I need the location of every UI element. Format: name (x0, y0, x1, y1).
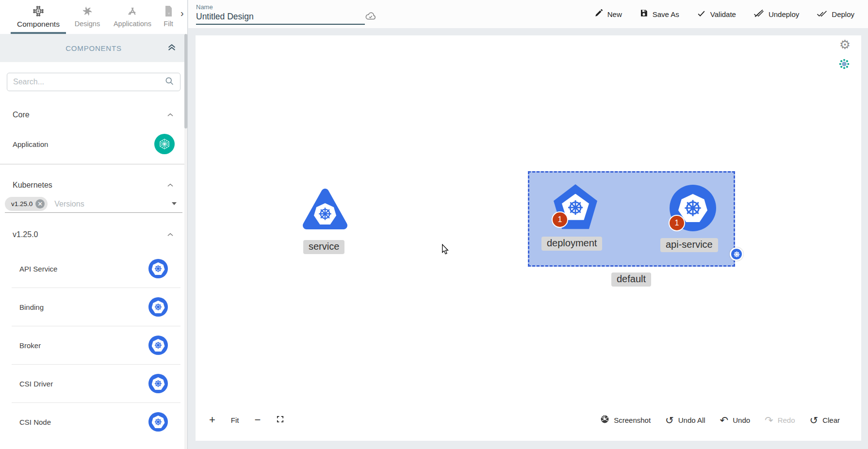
tab-label: Components (17, 20, 60, 29)
filters-icon (164, 4, 173, 18)
undo-button[interactable]: ↶ Undo (720, 415, 750, 425)
validate-button[interactable]: Validate (697, 9, 736, 20)
zoom-out-button[interactable]: − (255, 415, 261, 425)
component-label: CSI Node (19, 418, 51, 426)
version-chip[interactable]: v1.25.0 ✕ (5, 197, 48, 211)
tabs-scroll-right-icon[interactable]: › (180, 8, 184, 19)
node-label-service[interactable]: service (303, 240, 344, 254)
versions-placeholder: Versions (54, 200, 84, 208)
save-as-button[interactable]: Save As (639, 9, 679, 19)
node-label-deployment[interactable]: deployment (541, 237, 602, 251)
clear-button[interactable]: ↺ Clear (810, 415, 840, 425)
designs-icon (82, 4, 93, 18)
components-icon (32, 4, 45, 18)
button-label: Screenshot (614, 416, 651, 424)
sidebar: Components Designs (0, 0, 188, 449)
double-check-crossed-icon (753, 9, 764, 20)
canvas-settings-gear-icon[interactable]: ⚙ (839, 38, 851, 51)
button-label: Deploy (832, 10, 854, 18)
panel-title: COMPONENTS (66, 44, 122, 52)
tab-filters[interactable]: Filt (157, 0, 180, 34)
deploy-button[interactable]: Deploy (817, 9, 854, 20)
section-divider (0, 164, 187, 164)
button-label: Validate (710, 10, 736, 18)
tab-label: Designs (75, 20, 100, 28)
undo-all-icon: ↺ (665, 415, 674, 425)
chevron-up-icon[interactable] (167, 182, 174, 189)
fit-button[interactable]: Fit (231, 416, 239, 424)
deployment-count-badge: 1 (552, 211, 568, 228)
section-title: v1.25.0 (13, 230, 38, 239)
meshery-application-icon[interactable] (154, 134, 175, 154)
core-section-header[interactable]: Core (0, 111, 187, 119)
tab-designs[interactable]: Designs (67, 0, 108, 34)
button-label: New (607, 10, 622, 18)
component-label: CSI Driver (19, 380, 53, 388)
kubernetes-icon[interactable] (148, 259, 168, 278)
button-label: Fit (231, 416, 239, 424)
topbar-actions: New Save As Validate (594, 9, 868, 20)
search-input[interactable] (13, 78, 164, 86)
chevron-up-icon[interactable] (167, 112, 174, 118)
remove-version-icon[interactable]: ✕ (35, 199, 45, 208)
version-chip-label: v1.25.0 (11, 200, 33, 208)
zoom-in-button[interactable]: + (209, 415, 215, 425)
group-label-default[interactable]: default (611, 273, 651, 287)
shutter-icon (600, 415, 609, 425)
search-icon[interactable] (164, 76, 174, 88)
history-controls: Screenshot ↺ Undo All ↶ Undo ↷ Redo ↺ Cl… (600, 415, 840, 425)
kubernetes-icon[interactable] (148, 374, 168, 393)
undo-all-button[interactable]: ↺ Undo All (665, 415, 705, 425)
fullscreen-icon[interactable] (276, 415, 284, 425)
button-label: Undeploy (769, 10, 799, 18)
undeploy-button[interactable]: Undeploy (753, 9, 799, 20)
component-item-application[interactable]: Application (0, 127, 187, 161)
new-button[interactable]: New (594, 9, 622, 19)
collapse-panel-icon[interactable] (167, 42, 177, 53)
component-label: API Service (19, 265, 57, 273)
tab-components[interactable]: Components (10, 0, 67, 34)
applications-icon (127, 4, 138, 18)
group-kubernetes-handle-icon[interactable] (730, 247, 743, 261)
redo-icon: ↷ (765, 415, 773, 425)
component-label: Application (13, 140, 48, 148)
design-name-input[interactable] (196, 11, 365, 25)
dropdown-arrow-icon[interactable] (172, 202, 177, 205)
chevron-up-icon[interactable] (167, 231, 174, 238)
screenshot-button[interactable]: Screenshot (600, 415, 651, 425)
clear-icon: ↺ (810, 415, 819, 425)
component-item-broker[interactable]: Broker (0, 326, 187, 364)
tab-applications[interactable]: Filt Applications (108, 0, 157, 34)
mouse-cursor (442, 244, 449, 257)
kubernetes-section-header[interactable]: Kubernetes (0, 181, 187, 190)
redo-button[interactable]: ↷ Redo (765, 415, 795, 425)
kubernetes-icon[interactable] (148, 297, 168, 317)
node-label-api-service[interactable]: api-service (660, 238, 718, 252)
component-item-binding[interactable]: Binding (0, 288, 187, 326)
meshery-designer: Components Designs (0, 0, 868, 449)
component-item-api-service[interactable]: API Service (0, 250, 187, 288)
sidebar-scrollbar-thumb[interactable] (184, 34, 187, 128)
component-list: API Service Binding Broker (0, 250, 187, 441)
group-default[interactable]: 1 deployment 1 api-service (528, 171, 735, 267)
tab-label: Filt (164, 20, 173, 28)
node-service[interactable] (301, 187, 349, 234)
button-label: Undo (733, 416, 750, 424)
design-canvas[interactable]: ⚙ service (196, 35, 861, 441)
zoom-controls: + Fit − (209, 415, 284, 425)
tab-label: Applications (114, 20, 151, 28)
versions-select[interactable]: v1.25.0 ✕ Versions (5, 195, 182, 213)
component-item-csi-node[interactable]: CSI Node (0, 403, 187, 441)
component-item-csi-driver[interactable]: CSI Driver (0, 365, 187, 402)
version-group-header[interactable]: v1.25.0 (0, 230, 187, 239)
section-title: Core (13, 111, 30, 119)
kubernetes-connection-icon[interactable] (839, 59, 850, 71)
kubernetes-icon[interactable] (148, 412, 168, 432)
cloud-sync-icon (365, 11, 377, 23)
check-icon (697, 9, 706, 20)
button-label: Undo All (678, 416, 705, 424)
kubernetes-icon[interactable] (148, 336, 168, 355)
api-service-count-badge: 1 (669, 215, 685, 231)
button-label: Save As (653, 10, 679, 18)
sidebar-tabs: Components Designs (0, 0, 187, 34)
